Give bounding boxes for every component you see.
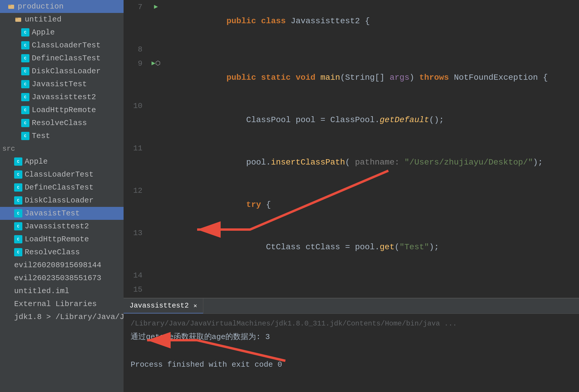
sidebar-item-defineclasstest-tree[interactable]: C DefineClassTest	[0, 52, 124, 65]
sidebar-item-production[interactable]: production	[0, 0, 124, 13]
sidebar-javasisttest-label: JavasistTest	[32, 80, 87, 89]
sidebar-test-label: Test	[32, 132, 50, 140]
console-output-line: 通过getage函数获取的age的数据为: 3	[131, 331, 572, 343]
sidebar-javassisttest2-src-label: Javassisttest2	[25, 222, 89, 231]
sidebar-defineclasstest-src-label: DefineClassTest	[25, 183, 94, 192]
java-icon: C	[14, 222, 22, 230]
sidebar-diskclassloader-src-label: DiskClassLoader	[25, 196, 94, 205]
sidebar-apple-src-label: Apple	[25, 157, 48, 166]
sidebar-item-javassisttest2-src[interactable]: C Javassisttest2	[0, 220, 124, 233]
java-icon: C	[21, 41, 29, 49]
sidebar-item-loadhttpremote-src[interactable]: C LoadHttpRemote	[0, 233, 124, 246]
sidebar-item-evil1[interactable]: evil260208915698144	[0, 259, 124, 272]
java-icon: C	[21, 93, 29, 101]
java-icon: C	[21, 80, 29, 88]
bottom-content: /Library/Java/JavaVirtualMachines/jdk1.8…	[124, 314, 579, 392]
java-icon: C	[21, 67, 29, 75]
sidebar-item-extlib[interactable]: External Libraries	[0, 298, 124, 310]
line-gutter-9: ▶ ⬡	[147, 57, 165, 71]
sidebar-evil2-label: evil260235038551673	[14, 274, 101, 283]
sidebar-resolveclass-src-label: ResolveClass	[25, 248, 80, 257]
line-content-7: public class Javassisttest2 {	[165, 0, 579, 42]
sidebar-item-jdk[interactable]: jdk1.8 > /Library/Java/JavaVirtualMachin…	[0, 310, 124, 323]
sidebar-iml-label: untitled.iml	[14, 287, 69, 295]
code-line-15: 15 Class<?> clas = Class.forName("java.l…	[124, 283, 579, 298]
sidebar-item-evil2[interactable]: evil260235038551673	[0, 272, 124, 285]
code-editor: 7 ▶ public class Javassisttest2 { 8	[124, 0, 579, 298]
sidebar-classloadertest-label: ClassLoaderTest	[32, 41, 101, 50]
line-num-15: 15	[124, 283, 147, 297]
line-num-10: 10	[124, 99, 147, 113]
sidebar-jdk-label: jdk1.8 > /Library/Java/JavaVirtualMachin…	[14, 313, 124, 321]
sidebar-defineclasstest-label: DefineClassTest	[32, 54, 101, 63]
line-num-12: 12	[124, 184, 147, 198]
java-icon: C	[14, 170, 22, 179]
sidebar-item-javassisttest2-tree[interactable]: C Javassisttest2	[0, 91, 124, 104]
sidebar-item-iml[interactable]: untitled.iml	[0, 285, 124, 298]
line-num-7: 7	[124, 0, 147, 14]
console-path-line: /Library/Java/JavaVirtualMachines/jdk1.8…	[131, 318, 572, 329]
sidebar-production-label: production	[18, 2, 64, 11]
sidebar-item-diskclassloader-src[interactable]: C DiskClassLoader	[0, 194, 124, 207]
folder-open-icon	[14, 15, 22, 24]
line-content-12: try {	[165, 184, 579, 226]
code-line-9: 9 ▶ ⬡ public static void main(String[] a…	[124, 57, 579, 99]
line-num-11: 11	[124, 141, 147, 155]
sidebar-item-resolveclass-src[interactable]: C ResolveClass	[0, 246, 124, 259]
line-content-13: CtClass ctClass = pool.get("Test");	[165, 226, 579, 268]
line-content-15: Class<?> clas = Class.forName("java.lang…	[165, 283, 579, 298]
sidebar-item-classloadertest-src[interactable]: C ClassLoaderTest	[0, 168, 124, 181]
java-icon: C	[14, 157, 22, 166]
sidebar-apple-tree-label: Apple	[32, 28, 55, 37]
sidebar-item-test-tree[interactable]: C Test	[0, 129, 124, 142]
sidebar-evil1-label: evil260208915698144	[14, 261, 101, 270]
java-icon: C	[21, 119, 29, 127]
svg-rect-3	[15, 18, 18, 19]
sidebar-item-loadhttpremote-tree[interactable]: C LoadHttpRemote	[0, 104, 124, 117]
sidebar-item-untitled-folder[interactable]: untitled	[0, 13, 124, 26]
code-content: 7 ▶ public class Javassisttest2 { 8	[124, 0, 579, 298]
sidebar-loadhttpremote-label: LoadHttpRemote	[32, 106, 96, 114]
sidebar-item-javasisttest-tree[interactable]: C JavasistTest	[0, 78, 124, 91]
java-icon: C	[14, 183, 22, 192]
sidebar-classloadertest-src-label: ClassLoaderTest	[25, 170, 94, 179]
sidebar-item-classloadertest-tree[interactable]: C ClassLoaderTest	[0, 39, 124, 52]
run-icon-9[interactable]: ▶	[152, 57, 155, 71]
code-line-10: 10 ClassPool pool = ClassPool.getDefault…	[124, 99, 579, 141]
line-content-11: pool.insertClassPath( pathname: "/Users/…	[165, 141, 579, 184]
code-line-7: 7 ▶ public class Javassisttest2 {	[124, 0, 579, 42]
code-line-11: 11 pool.insertClassPath( pathname: "/Use…	[124, 141, 579, 184]
bottom-panel: Javassisttest2 ✕ /Library/Java/JavaVirtu…	[124, 298, 579, 392]
bottom-tabs: Javassisttest2 ✕	[124, 298, 579, 314]
run-icon-7[interactable]: ▶	[154, 0, 158, 14]
bottom-tab-label: Javassisttest2	[129, 302, 189, 310]
sidebar-item-defineclasstest-src[interactable]: C DefineClassTest	[0, 181, 124, 194]
sidebar-item-javasisttest-src[interactable]: C JavasistTest	[0, 207, 124, 220]
line-content-9: public static void main(String[] args) t…	[165, 57, 579, 99]
sidebar-untitled-label: untitled	[25, 15, 61, 24]
console-output-text: 通过getage函数获取的age的数据为: 3	[131, 333, 270, 341]
line-content-10: ClassPool pool = ClassPool.getDefault();	[165, 99, 579, 141]
sidebar-diskclassloader-label: DiskClassLoader	[32, 67, 101, 76]
sidebar-item-apple-src[interactable]: C Apple	[0, 155, 124, 168]
line-num-9: 9	[124, 57, 147, 71]
code-line-12: 12 try {	[124, 184, 579, 226]
java-icon: C	[14, 235, 22, 243]
line-num-14: 14	[124, 268, 147, 283]
bottom-tab-javassisttest2[interactable]: Javassisttest2 ✕	[124, 298, 203, 313]
sidebar-resolveclass-label: ResolveClass	[32, 119, 87, 127]
sidebar: production untitled C Apple C ClassLoade…	[0, 0, 124, 392]
close-icon[interactable]: ✕	[194, 302, 197, 309]
sidebar-javasisttest-src-label: JavasistTest	[25, 209, 80, 218]
code-line-8: 8	[124, 42, 579, 57]
sidebar-item-apple-tree[interactable]: C Apple	[0, 26, 124, 39]
sidebar-item-resolveclass-tree[interactable]: C ResolveClass	[0, 117, 124, 129]
java-icon: C	[14, 209, 22, 217]
line-gutter-7: ▶	[147, 0, 165, 14]
svg-rect-1	[8, 5, 11, 6]
sidebar-javassisttest2-label: Javassisttest2	[32, 93, 96, 102]
sidebar-item-diskclassloader-tree[interactable]: C DiskClassLoader	[0, 65, 124, 78]
java-icon: C	[21, 28, 29, 36]
java-icon: C	[21, 106, 29, 114]
console-path-text: /Library/Java/JavaVirtualMachines/jdk1.8…	[131, 320, 457, 328]
